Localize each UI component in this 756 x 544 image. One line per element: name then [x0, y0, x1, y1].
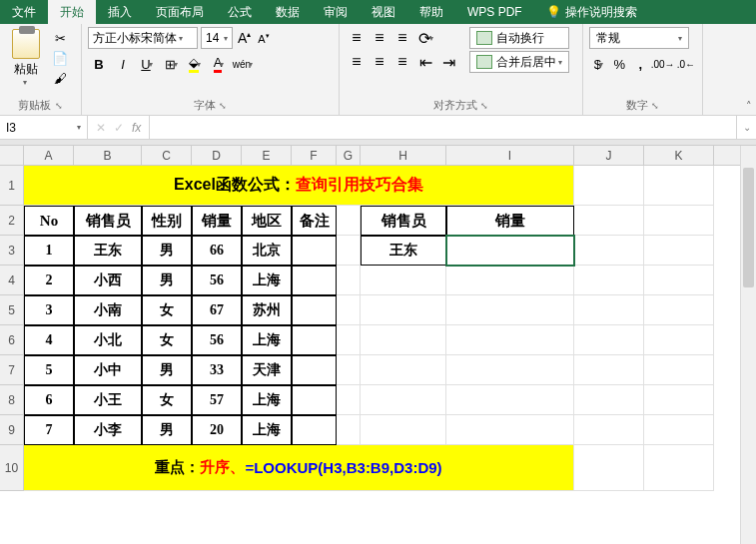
row-header-4[interactable]: 4 [0, 266, 23, 295]
vertical-scrollbar[interactable] [740, 146, 756, 544]
cell-H4[interactable] [361, 266, 446, 295]
col-header-A[interactable]: A [24, 146, 74, 165]
col-header-G[interactable]: G [337, 146, 361, 165]
select-all-corner[interactable] [0, 146, 24, 166]
cell-K1[interactable] [644, 166, 714, 206]
align-center-button[interactable]: ≡ [369, 51, 390, 73]
cell-gender-9[interactable]: 男 [142, 415, 192, 445]
align-top-button[interactable]: ≡ [346, 27, 368, 49]
grow-font-button[interactable]: A▴ [236, 30, 253, 46]
cell-J1[interactable] [574, 166, 644, 206]
cell-name-3[interactable]: 王东 [74, 236, 142, 266]
lookup-val[interactable]: 王东 [361, 236, 446, 266]
tab-review[interactable]: 审阅 [312, 0, 360, 24]
cell-remark-9[interactable] [292, 415, 337, 445]
cell-H8[interactable] [361, 385, 446, 415]
tell-me-search[interactable]: 💡 操作说明搜索 [538, 0, 645, 24]
column-headers[interactable]: ABCDEFGHIJK [24, 146, 756, 166]
cell-remark-8[interactable] [292, 385, 337, 415]
cell-G5[interactable] [337, 295, 361, 325]
align-left-button[interactable]: ≡ [346, 51, 368, 73]
formula-bar-expand[interactable]: ⌄ [736, 116, 756, 139]
cell-J9[interactable] [574, 415, 644, 445]
align-middle-button[interactable]: ≡ [369, 27, 390, 49]
enter-icon[interactable]: ✓ [114, 121, 124, 135]
cell-qty-4[interactable]: 56 [192, 266, 242, 295]
cell-no-3[interactable]: 1 [24, 236, 74, 266]
cell-I7[interactable] [446, 355, 574, 385]
border-button[interactable]: ⊞▾ [160, 53, 182, 75]
cell-gender-5[interactable]: 女 [142, 295, 192, 325]
copy-button[interactable]: 📄 [50, 49, 70, 67]
cell-remark-7[interactable] [292, 355, 337, 385]
cell-no-4[interactable]: 2 [24, 266, 74, 295]
cell-name-4[interactable]: 小西 [74, 266, 142, 295]
hdr-sales[interactable]: 销售员 [74, 206, 142, 236]
ribbon-collapse-button[interactable]: ˄ [746, 100, 752, 113]
cell-J7[interactable] [574, 355, 644, 385]
italic-button[interactable]: I [112, 53, 134, 75]
underline-button[interactable]: U▾ [136, 53, 158, 75]
col-header-B[interactable]: B [74, 146, 142, 165]
cell-K6[interactable] [644, 325, 714, 355]
title-cell[interactable]: Excel函数公式：查询引用技巧合集 [24, 166, 574, 206]
decrease-indent-button[interactable]: ⇤ [414, 51, 436, 73]
tab-formulas[interactable]: 公式 [216, 0, 264, 24]
row-header-2[interactable]: 2 [0, 206, 23, 236]
cell-region-7[interactable]: 天津 [242, 355, 292, 385]
phonetic-button[interactable]: wén▾ [232, 53, 254, 75]
cell-region-5[interactable]: 苏州 [242, 295, 292, 325]
cell-K10[interactable] [644, 445, 714, 491]
cell-remark-3[interactable] [292, 236, 337, 266]
cell-gender-7[interactable]: 男 [142, 355, 192, 385]
cell-gender-6[interactable]: 女 [142, 325, 192, 355]
row-headers[interactable]: 12345678910 [0, 166, 24, 491]
cells-area[interactable]: Excel函数公式：查询引用技巧合集No销售员性别销量地区备注销售员销量王东1王… [24, 166, 756, 544]
col-header-E[interactable]: E [242, 146, 292, 165]
cell-H5[interactable] [361, 295, 446, 325]
cell-name-9[interactable]: 小李 [74, 415, 142, 445]
wrap-text-button[interactable]: 自动换行 [469, 27, 569, 49]
cell-K7[interactable] [644, 355, 714, 385]
col-header-F[interactable]: F [292, 146, 337, 165]
col-header-J[interactable]: J [574, 146, 644, 165]
cell-G6[interactable] [337, 325, 361, 355]
cell-J8[interactable] [574, 385, 644, 415]
comma-button[interactable]: , [631, 53, 650, 75]
cell-I9[interactable] [446, 415, 574, 445]
row-header-7[interactable]: 7 [0, 355, 23, 385]
cell-region-4[interactable]: 上海 [242, 266, 292, 295]
cell-region-8[interactable]: 上海 [242, 385, 292, 415]
cell-qty-8[interactable]: 57 [192, 385, 242, 415]
hdr-qty[interactable]: 销量 [192, 206, 242, 236]
lookup-hdr-sales[interactable]: 销售员 [361, 206, 446, 236]
shrink-font-button[interactable]: A▾ [256, 32, 271, 45]
cell-G2[interactable] [337, 206, 361, 236]
cell-K9[interactable] [644, 415, 714, 445]
cell-I6[interactable] [446, 325, 574, 355]
cell-no-7[interactable]: 5 [24, 355, 74, 385]
cell-G3[interactable] [337, 236, 361, 266]
cell-qty-7[interactable]: 33 [192, 355, 242, 385]
hdr-gender[interactable]: 性别 [142, 206, 192, 236]
name-box[interactable]: I3▾ [0, 116, 88, 139]
tab-home[interactable]: 开始 [48, 0, 96, 24]
col-header-I[interactable]: I [446, 146, 574, 165]
cell-region-3[interactable]: 北京 [242, 236, 292, 266]
cell-H6[interactable] [361, 325, 446, 355]
cell-region-6[interactable]: 上海 [242, 325, 292, 355]
cell-gender-4[interactable]: 男 [142, 266, 192, 295]
tab-page-layout[interactable]: 页面布局 [144, 0, 216, 24]
cell-I8[interactable] [446, 385, 574, 415]
cell-J10[interactable] [574, 445, 644, 491]
cell-name-7[interactable]: 小中 [74, 355, 142, 385]
cell-J5[interactable] [574, 295, 644, 325]
active-cell-I3[interactable] [446, 236, 574, 266]
hdr-no[interactable]: No [24, 206, 74, 236]
cell-J2[interactable] [574, 206, 644, 236]
cell-gender-8[interactable]: 女 [142, 385, 192, 415]
cell-qty-5[interactable]: 67 [192, 295, 242, 325]
cell-no-5[interactable]: 3 [24, 295, 74, 325]
cell-G8[interactable] [337, 385, 361, 415]
cell-qty-3[interactable]: 66 [192, 236, 242, 266]
